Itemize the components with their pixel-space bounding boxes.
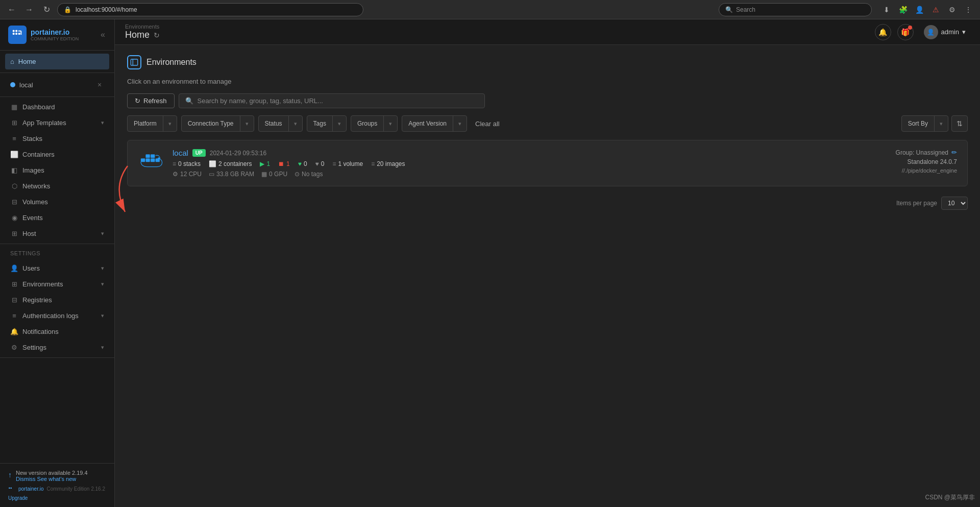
sidebar-item-stacks[interactable]: ≡ Stacks [5,131,109,147]
sidebar-item-dashboard[interactable]: ▦ Dashboard [5,99,109,115]
dismiss-link[interactable]: Dismiss [16,476,36,482]
version-actions: Dismiss See what's new [16,476,88,482]
warning-icon[interactable]: ⚠ [929,3,942,16]
connection-type-filter[interactable]: Connection Type ▾ [181,115,254,132]
top-bar-right: 🔔 🎁 👤 admin ▾ [875,23,970,41]
back-button[interactable]: ← [5,3,18,16]
clear-all-button[interactable]: Clear all [471,118,504,130]
page-refresh-icon[interactable]: ↻ [154,31,160,39]
sidebar-item-registries[interactable]: ⊟ Registries [5,292,109,308]
env-close-button[interactable]: × [95,80,104,89]
gift-button[interactable]: 🎁 [897,24,914,40]
sidebar-item-users[interactable]: 👤 Users ▾ [5,260,109,276]
sort-order-button[interactable]: ⇅ [951,115,968,132]
agent-version-filter-label: Agent Version [402,116,453,131]
download-icon[interactable]: ⬇ [880,3,893,16]
tags-filter[interactable]: Tags ▾ [307,115,347,132]
gpu-value: 0 GPU [269,171,287,178]
ram-icon: ▭ [209,171,214,178]
profile-icon[interactable]: 👤 [913,3,926,16]
environment-card-local[interactable]: local UP 2024-01-29 09:53:16 ≡ 0 stacks … [127,140,968,186]
user-menu[interactable]: 👤 admin ▾ [920,23,970,41]
user-avatar: 👤 [924,25,938,39]
images-count: 20 images [377,160,405,167]
env-status-dot [10,82,15,87]
stacks-label: Stacks [22,135,42,142]
env-card-body: local UP 2024-01-29 09:53:16 ≡ 0 stacks … [173,149,888,178]
dashboard-label: Dashboard [22,103,55,111]
groups-filter[interactable]: Groups ▾ [351,115,398,132]
containers-icon: ⬜ [10,151,18,158]
stat-running: ▶ 1 [260,160,270,167]
upgrade-link[interactable]: Upgrade [8,495,28,501]
svg-rect-11 [141,159,145,162]
search-input-bar[interactable]: 🔍 Search by name, group, tag, status, UR… [179,93,485,108]
svg-rect-4 [15,30,17,32]
refresh-button[interactable]: ↻ Refresh [127,93,175,108]
browser-icons: ⬇ 🧩 👤 ⚠ ⚙ ⋮ [880,3,975,16]
sidebar-item-images[interactable]: ◧ Images [5,162,109,178]
groups-filter-label: Groups [351,116,384,131]
portainer-bottom: portainer.io Community Edition 2.16.2 Up… [8,485,106,501]
sidebar-item-networks[interactable]: ⬡ Networks [5,178,109,194]
svg-rect-1 [15,33,17,35]
app-templates-icon: ⊞ [10,119,18,127]
browser-search-bar[interactable]: 🔍 Search [719,3,872,16]
sort-by-select[interactable]: Sort By ▾ [901,115,948,132]
svg-rect-15 [151,155,155,158]
items-per-page-select[interactable]: 10 25 50 [941,197,968,210]
sidebar-header: portainer.io COMMUNITY EDITION « [0,19,114,51]
status-chevron-icon[interactable]: ▾ [289,116,302,131]
sidebar-item-events[interactable]: ◉ Events [5,210,109,226]
svg-rect-7 [9,488,10,489]
edit-group-icon[interactable]: ✏ [951,149,957,156]
sort-area: Sort By ▾ ⇅ [901,115,968,132]
local-env-item[interactable]: local × [5,77,109,92]
extension-icon[interactable]: 🧩 [896,3,910,16]
groups-chevron-icon[interactable]: ▾ [384,116,397,131]
url-text: localhost:9000/#/home [76,6,137,13]
sidebar-item-app-templates[interactable]: ⊞ App Templates ▾ [5,115,109,131]
settings-browser-icon[interactable]: ⚙ [945,3,959,16]
sidebar: portainer.io COMMUNITY EDITION « ⌂ Home … [0,19,115,507]
bell-button[interactable]: 🔔 [875,24,891,40]
user-name: admin [941,28,959,36]
svg-rect-14 [146,155,150,158]
agent-version-filter[interactable]: Agent Version ▾ [402,115,467,132]
platform-chevron-icon[interactable]: ▾ [163,116,177,131]
page-title-text: Home [125,30,150,40]
group-label: Group: Unassigned [896,149,948,156]
page-title-area: Home ↻ [125,30,160,40]
url-bar[interactable]: 🔒 localhost:9000/#/home [57,3,363,16]
connection-type-chevron-icon[interactable]: ▾ [240,116,254,131]
forward-button[interactable]: → [22,3,36,16]
whats-new-link[interactable]: See what's new [37,476,77,482]
notifications-icon: 🔔 [10,328,18,335]
sidebar-item-auth-logs[interactable]: ≡ Authentication logs ▾ [5,308,109,324]
status-filter[interactable]: Status ▾ [258,115,303,132]
agent-version-chevron-icon[interactable]: ▾ [453,116,467,131]
sidebar-item-notifications[interactable]: 🔔 Notifications [5,324,109,340]
sidebar-item-containers[interactable]: ⬜ Containers [5,147,109,162]
sidebar-item-home[interactable]: ⌂ Home [5,54,109,69]
bottom-logo-text: portainer.io [18,486,43,492]
sidebar-item-settings[interactable]: ⚙ Settings ▾ [5,340,109,355]
env-card-right: Group: Unassigned ✏ Standalone 24.0.7 //… [896,149,957,174]
platform-filter[interactable]: Platform ▾ [127,115,177,132]
tags-chevron-icon[interactable]: ▾ [333,116,346,131]
sidebar-item-host[interactable]: ⊞ Host ▾ [5,226,109,242]
sort-chevron-icon[interactable]: ▾ [935,116,948,131]
local-env-section: local × [0,73,114,97]
sidebar-item-volumes[interactable]: ⊟ Volumes [5,194,109,210]
docker-icon [138,149,164,175]
images-stat-icon: ≡ [371,160,375,167]
images-label: Images [22,166,44,174]
menu-icon[interactable]: ⋮ [962,3,975,16]
stopped-count: 1 [286,160,290,167]
env-card-name: local [173,149,188,157]
collapse-sidebar-button[interactable]: « [100,29,106,40]
reload-button[interactable]: ↻ [40,3,53,16]
ram-value: 33.8 GB RAM [216,171,254,178]
sidebar-item-environments[interactable]: ⊞ Environments ▾ [5,276,109,292]
version-notice-text: New version available 2.19.4 [16,470,88,476]
